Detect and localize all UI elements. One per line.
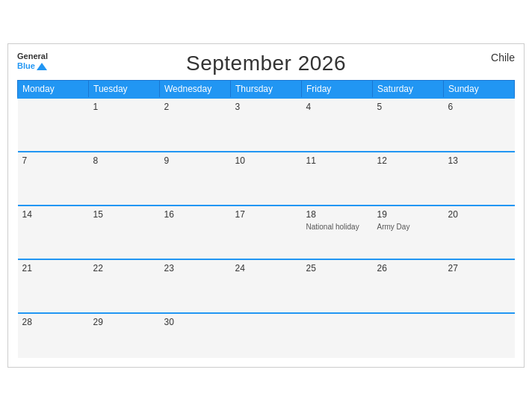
day-number: 29 — [93, 317, 155, 327]
day-cell: 27 — [444, 259, 515, 313]
day-number: 6 — [448, 102, 510, 112]
day-cell: 11 — [302, 152, 373, 206]
day-cell — [231, 313, 302, 358]
day-number: 11 — [306, 155, 368, 166]
calendar-container: General Blue September 2026 Chile Monday… — [7, 43, 525, 368]
day-cell: 12 — [373, 152, 444, 206]
day-event: Army Day — [377, 223, 410, 231]
col-header-friday: Friday — [302, 81, 373, 99]
logo-blue-text: Blue — [17, 61, 35, 71]
day-cell: 18National holiday — [302, 206, 373, 259]
week-row-5: 282930 — [18, 313, 515, 358]
day-number: 3 — [235, 102, 297, 112]
day-number: 21 — [22, 263, 84, 274]
day-cell — [373, 313, 444, 358]
day-number: 5 — [377, 102, 439, 112]
day-number: 25 — [306, 263, 368, 274]
week-row-3: 1415161718National holiday19Army Day20 — [18, 206, 515, 259]
day-cell: 10 — [231, 152, 302, 206]
day-number: 14 — [22, 209, 84, 220]
day-cell: 13 — [444, 152, 515, 206]
day-cell: 29 — [89, 313, 160, 358]
day-cell: 24 — [231, 259, 302, 313]
day-cell — [302, 313, 373, 358]
day-cell: 2 — [160, 98, 231, 152]
day-cell: 20 — [444, 206, 515, 259]
day-cell: 9 — [160, 152, 231, 206]
day-event: National holiday — [306, 223, 359, 231]
day-number: 30 — [164, 317, 226, 327]
day-number: 27 — [448, 263, 510, 274]
day-number: 20 — [448, 209, 510, 220]
day-number: 10 — [235, 155, 297, 166]
day-cell — [444, 313, 515, 358]
day-cell: 28 — [18, 313, 89, 358]
calendar-grid: MondayTuesdayWednesdayThursdayFridaySatu… — [17, 80, 515, 358]
day-number: 15 — [93, 209, 155, 220]
day-number: 4 — [306, 102, 368, 112]
day-cell: 8 — [89, 152, 160, 206]
calendar-header-row: MondayTuesdayWednesdayThursdayFridaySatu… — [18, 81, 515, 99]
day-cell: 19Army Day — [373, 206, 444, 259]
day-number: 9 — [164, 155, 226, 166]
day-cell: 14 — [18, 206, 89, 259]
day-cell: 4 — [302, 98, 373, 152]
day-cell: 17 — [231, 206, 302, 259]
day-cell: 5 — [373, 98, 444, 152]
day-number: 7 — [22, 155, 84, 166]
day-number: 19 — [377, 209, 439, 220]
day-cell: 3 — [231, 98, 302, 152]
week-row-2: 78910111213 — [18, 152, 515, 206]
day-number: 2 — [164, 102, 226, 112]
day-number: 24 — [235, 263, 297, 274]
day-cell: 1 — [89, 98, 160, 152]
logo-triangle-icon — [37, 63, 47, 70]
day-cell: 23 — [160, 259, 231, 313]
col-header-monday: Monday — [18, 81, 89, 99]
day-number: 8 — [93, 155, 155, 166]
col-header-wednesday: Wednesday — [160, 81, 231, 99]
col-header-thursday: Thursday — [231, 81, 302, 99]
day-number: 12 — [377, 155, 439, 166]
col-header-tuesday: Tuesday — [89, 81, 160, 99]
day-number: 28 — [22, 317, 84, 327]
col-header-saturday: Saturday — [373, 81, 444, 99]
logo-general-text: General — [17, 52, 48, 61]
day-cell: 7 — [18, 152, 89, 206]
day-number: 1 — [93, 102, 155, 112]
day-number: 22 — [93, 263, 155, 274]
day-number: 23 — [164, 263, 226, 274]
day-number: 26 — [377, 263, 439, 274]
week-row-4: 21222324252627 — [18, 259, 515, 313]
day-cell: 30 — [160, 313, 231, 358]
day-cell: 25 — [302, 259, 373, 313]
week-row-1: 123456 — [18, 98, 515, 152]
calendar-header: General Blue September 2026 Chile — [17, 52, 515, 75]
day-cell: 22 — [89, 259, 160, 313]
day-number: 16 — [164, 209, 226, 220]
day-cell: 26 — [373, 259, 444, 313]
day-number: 18 — [306, 209, 368, 220]
logo: General Blue — [17, 52, 48, 71]
col-header-sunday: Sunday — [444, 81, 515, 99]
calendar-title: September 2026 — [186, 52, 346, 75]
day-cell: 16 — [160, 206, 231, 259]
day-cell: 21 — [18, 259, 89, 313]
day-number: 13 — [448, 155, 510, 166]
day-number: 17 — [235, 209, 297, 220]
day-cell: 15 — [89, 206, 160, 259]
day-cell — [18, 98, 89, 152]
day-cell: 6 — [444, 98, 515, 152]
country-label: Chile — [491, 52, 515, 64]
